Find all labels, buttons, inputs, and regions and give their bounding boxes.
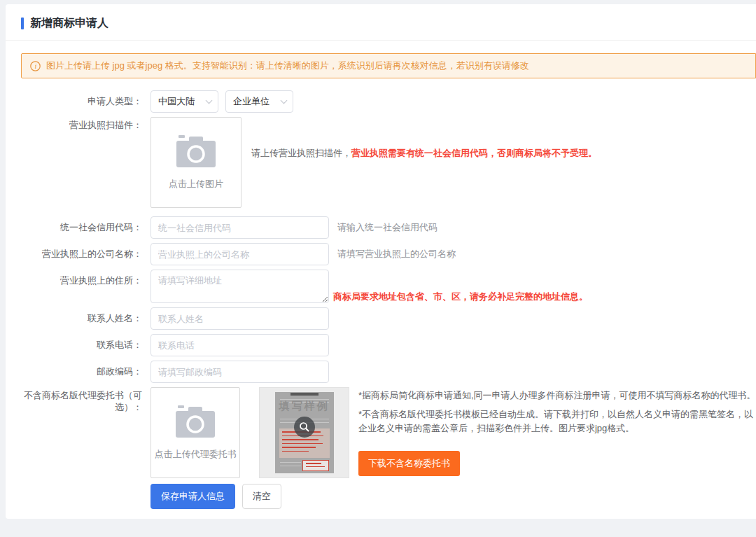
sample-watermark-text: 填写样例 xyxy=(260,400,348,413)
license-upload-box[interactable]: 点击上传图片 xyxy=(150,117,241,208)
poa-upload-box[interactable]: 点击上传代理委托书 xyxy=(150,387,240,478)
company-name-input[interactable] xyxy=(150,243,329,265)
license-hint-normal: 请上传营业执照扫描件， xyxy=(251,148,351,158)
row-postal-code: 邮政编码： xyxy=(6,361,756,383)
contact-phone-label: 联系电话： xyxy=(21,334,150,356)
download-poa-button[interactable]: 下载不含名称委托书 xyxy=(358,451,460,476)
page-title: 新增商标申请人 xyxy=(30,16,108,31)
license-upload-label: 营业执照扫描件： xyxy=(21,117,150,131)
magnifier-icon xyxy=(294,417,315,438)
contact-name-label: 联系人姓名： xyxy=(21,307,150,330)
license-hint: 请上传营业执照扫描件，营业执照需要有统一社会信用代码，否则商标局将不予受理。 xyxy=(251,117,597,160)
sample-doc-line xyxy=(280,466,301,466)
address-hint-red: 商标局要求地址包含省、市、区，请务必补足完整的地址信息。 xyxy=(333,291,588,302)
row-contact-name: 联系人姓名： xyxy=(6,307,756,330)
sample-doc-line xyxy=(280,462,301,463)
info-icon: i xyxy=(30,61,41,71)
header-divider xyxy=(6,40,756,41)
entity-select-value: 企业单位 xyxy=(233,95,270,108)
poa-upload-text: 点击上传代理委托书 xyxy=(155,448,237,461)
region-select[interactable]: 中国大陆 xyxy=(150,90,218,113)
credit-code-input[interactable] xyxy=(150,216,329,239)
license-hint-red: 营业执照需要有统一社会信用代码，否则商标局将不予受理。 xyxy=(351,148,597,158)
company-name-label: 营业执照上的公司名称： xyxy=(21,243,150,265)
info-banner: i 图片上传请上传 jpg 或者jpeg 格式。支持智能识别：请上传清晰的图片，… xyxy=(21,53,756,78)
credit-code-hint: 请输入统一社会信用代码 xyxy=(337,216,438,239)
address-label: 营业执照上的住所： xyxy=(21,270,150,292)
row-address: 营业执照上的住所： 商标局要求地址包含省、市、区，请务必补足完整的地址信息。 xyxy=(6,270,756,303)
address-textarea[interactable] xyxy=(150,270,329,303)
row-company-name: 营业执照上的公司名称： 请填写营业执照上的公司名称 xyxy=(6,243,756,265)
row-poa: 不含商标名版代理委托书（可选）： 点击上传代理委托书 填写样例 xyxy=(6,387,756,478)
poa-sample-preview[interactable]: 填写样例 xyxy=(259,387,349,478)
applicant-type-label: 申请人类型： xyxy=(21,90,150,113)
sample-stamp xyxy=(302,460,329,471)
camera-icon xyxy=(176,135,216,167)
row-contact-phone: 联系电话： xyxy=(6,334,756,356)
row-applicant-type: 申请人类型： 中国大陆 企业单位 xyxy=(6,90,756,113)
svg-text:i: i xyxy=(35,62,37,70)
chevron-down-icon xyxy=(281,97,288,104)
credit-code-label: 统一社会信用代码： xyxy=(21,216,150,239)
content-card: 新增商标申请人 i 图片上传请上传 jpg 或者jpeg 格式。支持智能识别：请… xyxy=(6,4,756,519)
chevron-down-icon xyxy=(206,97,213,104)
page-header: 新增商标申请人 xyxy=(6,4,756,31)
contact-name-input[interactable] xyxy=(150,307,329,330)
company-name-hint: 请填写营业执照上的公司名称 xyxy=(337,243,456,265)
contact-phone-input[interactable] xyxy=(150,334,329,356)
poa-note-1: *据商标局简化商标申请通知,同一申请人办理多件商标注册申请，可使用不填写商标名称… xyxy=(358,389,756,403)
license-upload-text: 点击上传图片 xyxy=(169,178,223,190)
postal-code-label: 邮政编码： xyxy=(21,361,150,383)
entity-type-select[interactable]: 企业单位 xyxy=(225,90,293,113)
poa-notes: *据商标局简化商标申请通知,同一申请人办理多件商标注册申请，可使用不填写商标名称… xyxy=(358,387,756,476)
banner-text: 图片上传请上传 jpg 或者jpeg 格式。支持智能识别：请上传清晰的图片，系统… xyxy=(46,60,529,72)
row-actions: 保存申请人信息 清空 xyxy=(6,484,756,509)
row-credit-code: 统一社会信用代码： 请输入统一社会信用代码 xyxy=(6,216,756,239)
save-applicant-button[interactable]: 保存申请人信息 xyxy=(150,484,235,509)
applicant-form: 申请人类型： 中国大陆 企业单位 营业执照扫描件： 点击上传图片 xyxy=(6,90,756,509)
postal-code-input[interactable] xyxy=(150,361,329,383)
poa-note-2: *不含商标名版代理委托书模板已经自动生成。请下载并打印，以自然人名义申请的需黑笔… xyxy=(358,407,756,435)
region-select-value: 中国大陆 xyxy=(158,95,195,108)
row-license-upload: 营业执照扫描件： 点击上传图片 请上传营业执照扫描件，营业执照需要有统一社会信用… xyxy=(6,117,756,208)
clear-button[interactable]: 清空 xyxy=(242,484,281,509)
sample-doc-title-bar xyxy=(290,393,318,396)
title-accent-bar xyxy=(21,18,24,29)
camera-icon xyxy=(176,405,215,438)
poa-label: 不含商标名版代理委托书（可选）： xyxy=(21,387,150,413)
